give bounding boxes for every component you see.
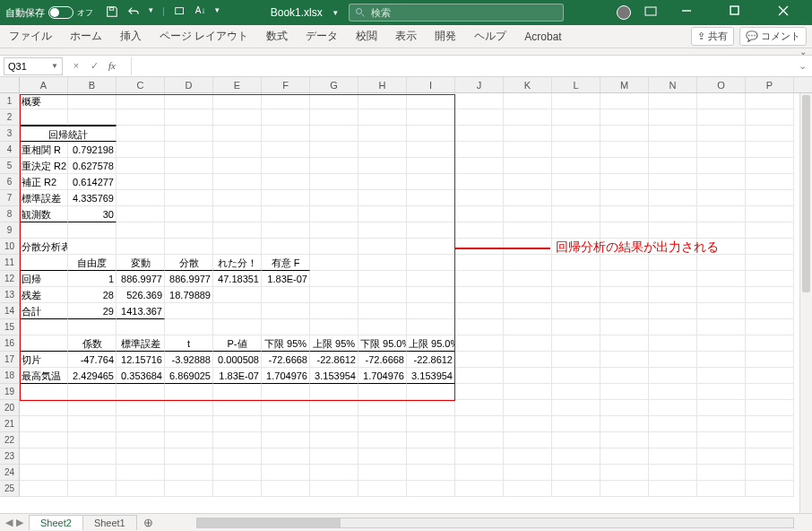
cell[interactable]: [746, 222, 794, 239]
cell[interactable]: [697, 352, 746, 368]
cell[interactable]: [455, 206, 504, 222]
cell[interactable]: [455, 368, 504, 384]
cell[interactable]: [697, 465, 746, 481]
cell[interactable]: [68, 93, 117, 109]
cell[interactable]: [358, 126, 407, 142]
cell[interactable]: [117, 384, 165, 400]
scroll-thumb[interactable]: [197, 518, 341, 527]
cell[interactable]: [600, 222, 649, 239]
cell[interactable]: [504, 303, 552, 319]
cell[interactable]: 有意 F: [262, 255, 310, 271]
close-button[interactable]: [767, 0, 803, 25]
cell[interactable]: [310, 319, 358, 335]
col-header[interactable]: P: [746, 77, 794, 92]
cell[interactable]: [117, 126, 165, 142]
cell[interactable]: [165, 416, 213, 432]
row-header[interactable]: 11: [0, 255, 20, 271]
row-header[interactable]: 18: [0, 368, 20, 384]
cell[interactable]: [455, 255, 504, 271]
cell[interactable]: [649, 174, 697, 190]
col-header[interactable]: K: [504, 77, 552, 92]
cell[interactable]: [213, 142, 262, 158]
cell[interactable]: [117, 142, 165, 158]
cell[interactable]: [697, 206, 746, 222]
cell[interactable]: [262, 416, 310, 432]
cell[interactable]: [600, 465, 649, 481]
tab-formulas[interactable]: 数式: [257, 25, 297, 48]
cell[interactable]: [455, 174, 504, 190]
cell[interactable]: [455, 239, 504, 255]
cell[interactable]: [358, 206, 407, 222]
cell[interactable]: [310, 93, 358, 109]
cell[interactable]: [552, 287, 600, 303]
spreadsheet-grid[interactable]: A B C D E F G H I J K L M N O P 1概要23回帰統…: [0, 77, 812, 513]
cell[interactable]: [358, 255, 407, 271]
cell[interactable]: 3.153954: [407, 368, 455, 384]
cell[interactable]: [407, 239, 455, 255]
cell[interactable]: [552, 255, 600, 271]
row-header[interactable]: 8: [0, 206, 20, 222]
cell[interactable]: [552, 158, 600, 174]
cell[interactable]: [552, 93, 600, 109]
formula-confirm-button[interactable]: ✓: [88, 60, 100, 72]
cell[interactable]: [165, 303, 213, 319]
cell[interactable]: [649, 465, 697, 481]
cell[interactable]: [504, 222, 552, 239]
cell[interactable]: [20, 448, 68, 465]
cell[interactable]: [407, 222, 455, 239]
row-header[interactable]: 20: [0, 400, 20, 416]
cell[interactable]: [504, 416, 552, 432]
cell[interactable]: [262, 126, 310, 142]
cell[interactable]: 上限 95.0%: [407, 335, 455, 352]
cell[interactable]: 886.9977: [165, 271, 213, 287]
cell[interactable]: [165, 142, 213, 158]
name-box[interactable]: Q31 ▼: [4, 57, 63, 75]
cell[interactable]: [213, 481, 262, 497]
cell[interactable]: [504, 448, 552, 465]
row-header[interactable]: 10: [0, 239, 20, 255]
cell[interactable]: [213, 416, 262, 432]
cell[interactable]: [407, 206, 455, 222]
row-header[interactable]: 23: [0, 448, 20, 465]
cell[interactable]: [697, 287, 746, 303]
cell[interactable]: [600, 303, 649, 319]
cell[interactable]: [407, 158, 455, 174]
cell[interactable]: [697, 448, 746, 465]
cell[interactable]: [407, 319, 455, 335]
cell[interactable]: [358, 432, 407, 448]
cell[interactable]: -3.92888: [165, 352, 213, 368]
cell[interactable]: [68, 400, 117, 416]
cell[interactable]: 残差: [20, 287, 68, 303]
save-icon[interactable]: [106, 5, 118, 20]
cell[interactable]: れた分！: [213, 255, 262, 271]
cell[interactable]: [552, 109, 600, 126]
cell[interactable]: [455, 303, 504, 319]
ribbon-display-icon[interactable]: [644, 4, 658, 21]
cell[interactable]: [552, 384, 600, 400]
row-header[interactable]: 22: [0, 432, 20, 448]
cell[interactable]: 886.9977: [117, 271, 165, 287]
cell[interactable]: [504, 465, 552, 481]
minimize-button[interactable]: [670, 0, 706, 25]
cell[interactable]: [213, 287, 262, 303]
cell[interactable]: [746, 190, 794, 206]
tab-review[interactable]: 校閲: [347, 25, 386, 48]
cell[interactable]: [68, 222, 117, 239]
cell[interactable]: 1413.367: [117, 303, 165, 319]
cell[interactable]: [455, 448, 504, 465]
col-header[interactable]: L: [552, 77, 600, 92]
cell[interactable]: [407, 93, 455, 109]
cell[interactable]: 1.704976: [262, 368, 310, 384]
cell[interactable]: 切片: [20, 352, 68, 368]
cell[interactable]: [552, 368, 600, 384]
cell[interactable]: [117, 222, 165, 239]
cell[interactable]: [358, 287, 407, 303]
cell[interactable]: [504, 368, 552, 384]
cell[interactable]: [552, 174, 600, 190]
cell[interactable]: [649, 303, 697, 319]
cell[interactable]: [407, 481, 455, 497]
cell[interactable]: 補正 R2: [20, 174, 68, 190]
comments-button[interactable]: 💬コメント: [739, 27, 807, 46]
cell[interactable]: [600, 448, 649, 465]
share-button[interactable]: ⇪共有: [691, 27, 734, 46]
